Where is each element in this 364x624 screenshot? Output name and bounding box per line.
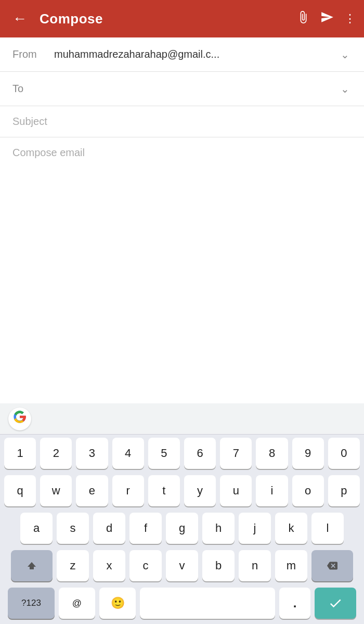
attach-icon[interactable] bbox=[296, 10, 310, 27]
key-p[interactable]: p bbox=[328, 475, 360, 506]
from-chevron-icon[interactable]: ⌄ bbox=[339, 46, 352, 63]
google-logo bbox=[8, 407, 31, 430]
key-5[interactable]: 5 bbox=[148, 438, 180, 469]
key-r[interactable]: r bbox=[112, 475, 144, 506]
compose-form: From muhammadrezaharahap@gmail.c... ⌄ To… bbox=[0, 37, 364, 221]
key-7[interactable]: 7 bbox=[220, 438, 252, 469]
back-button[interactable]: ← bbox=[8, 6, 31, 31]
to-chevron-icon[interactable]: ⌄ bbox=[339, 81, 352, 97]
header-icons: ⋮ bbox=[296, 10, 356, 27]
key-3[interactable]: 3 bbox=[76, 438, 108, 469]
key-q[interactable]: q bbox=[4, 475, 36, 506]
subject-row[interactable]: Subject bbox=[0, 106, 364, 137]
keyboard-topbar bbox=[0, 403, 364, 435]
key-z[interactable]: z bbox=[57, 550, 89, 581]
key-x[interactable]: x bbox=[93, 550, 125, 581]
key-1[interactable]: 1 bbox=[4, 438, 36, 469]
key-v[interactable]: v bbox=[166, 550, 198, 581]
key-e[interactable]: e bbox=[76, 475, 108, 506]
top-bar: ← Compose ⋮ bbox=[0, 0, 364, 37]
at-key[interactable]: @ bbox=[59, 588, 95, 619]
key-m[interactable]: m bbox=[275, 550, 307, 581]
key-c[interactable]: c bbox=[129, 550, 162, 581]
shift-key[interactable] bbox=[11, 550, 53, 581]
zxcv-row: z x c v b n m bbox=[0, 547, 364, 584]
key-d[interactable]: d bbox=[93, 513, 125, 544]
compose-body-placeholder: Compose email bbox=[12, 147, 85, 158]
key-w[interactable]: w bbox=[40, 475, 72, 506]
page-title: Compose bbox=[40, 11, 288, 27]
key-i[interactable]: i bbox=[256, 475, 288, 506]
bottom-row: ?123 @ 🙂 . bbox=[0, 584, 364, 624]
key-u[interactable]: u bbox=[220, 475, 252, 506]
space-key[interactable] bbox=[140, 588, 275, 619]
emoji-key[interactable]: 🙂 bbox=[99, 588, 136, 619]
key-0[interactable]: 0 bbox=[328, 438, 360, 469]
to-row[interactable]: To ⌄ bbox=[0, 72, 364, 106]
num-switch-key[interactable]: ?123 bbox=[8, 588, 55, 619]
key-l[interactable]: l bbox=[311, 513, 344, 544]
key-g[interactable]: g bbox=[166, 513, 198, 544]
number-row: 1 2 3 4 5 6 7 8 9 0 bbox=[0, 435, 364, 472]
to-label: To bbox=[12, 83, 54, 95]
key-k[interactable]: k bbox=[275, 513, 307, 544]
qwerty-row: q w e r t y u i o p bbox=[0, 472, 364, 510]
key-j[interactable]: j bbox=[239, 513, 271, 544]
key-f[interactable]: f bbox=[129, 513, 162, 544]
dot-key[interactable]: . bbox=[279, 588, 310, 619]
from-label: From bbox=[12, 48, 54, 60]
compose-body[interactable]: Compose email bbox=[0, 137, 364, 221]
key-a[interactable]: a bbox=[20, 513, 53, 544]
key-s[interactable]: s bbox=[57, 513, 89, 544]
from-value: muhammadrezaharahap@gmail.c... bbox=[54, 48, 339, 60]
asdf-row: a s d f g h j k l bbox=[0, 510, 364, 547]
send-icon[interactable] bbox=[320, 10, 334, 27]
keyboard: 1 2 3 4 5 6 7 8 9 0 q w e r t y u i o p … bbox=[0, 403, 364, 624]
subject-placeholder: Subject bbox=[12, 116, 47, 127]
key-b[interactable]: b bbox=[202, 550, 235, 581]
key-h[interactable]: h bbox=[202, 513, 235, 544]
from-row: From muhammadrezaharahap@gmail.c... ⌄ bbox=[0, 37, 364, 72]
key-8[interactable]: 8 bbox=[256, 438, 288, 469]
key-4[interactable]: 4 bbox=[112, 438, 144, 469]
enter-key[interactable] bbox=[315, 588, 356, 619]
key-6[interactable]: 6 bbox=[184, 438, 216, 469]
more-options-icon[interactable]: ⋮ bbox=[344, 12, 356, 26]
key-o[interactable]: o bbox=[292, 475, 324, 506]
google-g-letter bbox=[12, 410, 27, 428]
key-t[interactable]: t bbox=[148, 475, 180, 506]
key-2[interactable]: 2 bbox=[40, 438, 72, 469]
key-9[interactable]: 9 bbox=[292, 438, 324, 469]
key-n[interactable]: n bbox=[239, 550, 271, 581]
key-y[interactable]: y bbox=[184, 475, 216, 506]
backspace-key[interactable] bbox=[311, 550, 353, 581]
